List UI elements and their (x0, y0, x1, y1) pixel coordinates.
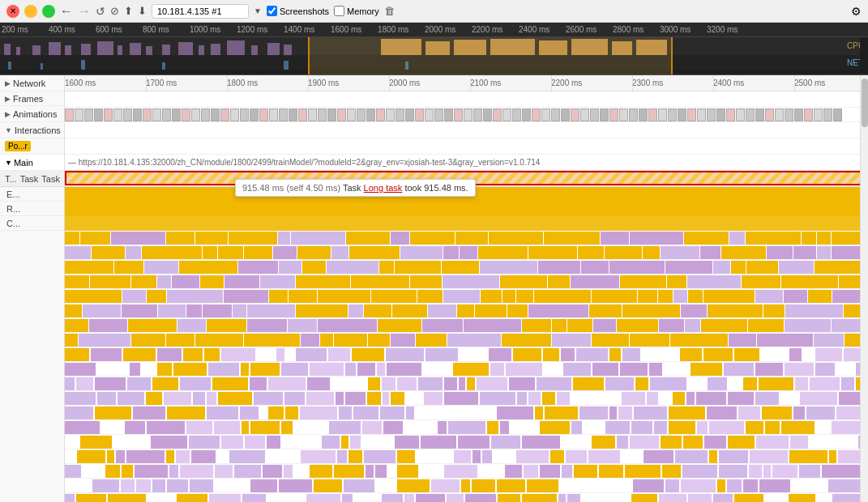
address-bar[interactable]: 10.181.4.135 #1 (152, 4, 249, 19)
svg-rect-31 (162, 62, 165, 70)
sidebar-item-interactions[interactable]: ▼ Interactions (0, 122, 64, 138)
sidebar-item-animations[interactable]: ▶ Animations (0, 106, 64, 122)
svg-rect-32 (284, 61, 289, 70)
tl-time-3: 1900 ms (308, 79, 339, 87)
timeline-header: 1600 ms 1700 ms 1800 ms 1900 ms 2000 ms … (65, 75, 860, 91)
maximize-button[interactable] (42, 5, 55, 18)
ov-time-10: 2200 ms (472, 25, 519, 34)
ov-time-11: 2400 ms (519, 25, 566, 34)
screenshot-thumbnails: // Will be rendered via JS below (0, 37, 868, 53)
sidebar-item-network[interactable]: ▶ Network (0, 75, 64, 91)
memory-checkbox-label[interactable]: Memory (334, 6, 379, 16)
ov-time-12: 2600 ms (566, 25, 613, 34)
ov-time-2: 600 ms (96, 25, 143, 34)
toolbar: ✕ ← → ↺ ⊘ ⬆ ⬇ 10.181.4.135 #1 ▼ Screensh… (0, 0, 868, 23)
close-button[interactable]: ✕ (6, 5, 19, 18)
minimize-button[interactable] (24, 5, 37, 18)
upload-button[interactable]: ⬆ (124, 5, 133, 17)
interactions-arrow: ▼ (5, 126, 12, 134)
main-thread-row[interactable]: ▼ Main (0, 155, 64, 171)
task-header-row: 915.48 ms (self 4.50 ms) Task Long task … (65, 171, 860, 187)
thread-col-t: T... (5, 174, 17, 184)
svg-rect-33 (405, 62, 408, 70)
sidebar-item-frames[interactable]: ▶ Frames (0, 91, 64, 106)
thread-sub-r: R... (0, 202, 64, 216)
tl-time-8: 2400 ms (713, 79, 744, 87)
svg-rect-27 (0, 55, 860, 70)
flame-chart-inner (65, 187, 860, 502)
interactions-track (65, 138, 860, 155)
memory-checkbox[interactable] (334, 6, 344, 16)
flame-row-c (65, 216, 860, 231)
ov-time-6: 1400 ms (284, 25, 331, 34)
flame-dense-rows (65, 347, 860, 502)
frames-arrow: ▶ (5, 95, 11, 103)
main-arrow: ▼ (5, 159, 12, 167)
animations-track (65, 122, 860, 138)
download-button[interactable]: ⬇ (138, 5, 147, 17)
animations-arrow: ▶ (5, 110, 11, 118)
svg-rect-29 (41, 63, 43, 70)
tl-time-2: 1800 ms (227, 79, 258, 87)
forward-button[interactable]: → (78, 4, 91, 19)
screenshots-checkbox[interactable] (267, 6, 277, 16)
net-label: NET (847, 58, 860, 67)
tl-time-9: 2500 ms (794, 79, 825, 87)
tl-time-6: 2200 ms (551, 79, 582, 87)
back-button[interactable]: ← (60, 4, 73, 19)
delete-button[interactable]: 🗑 (384, 5, 395, 17)
thread-sub-c: C... (0, 216, 64, 231)
flame-purple-rows (65, 231, 860, 347)
network-arrow: ▶ (5, 79, 11, 87)
tooltip-type: Task (343, 183, 361, 193)
ov-time-9: 2000 ms (425, 25, 472, 34)
interaction-badge[interactable]: Po...r (5, 141, 31, 151)
flame-chart[interactable] (65, 187, 860, 502)
ov-time-7: 1600 ms (331, 25, 378, 34)
ov-time-14: 3000 ms (660, 25, 707, 34)
main-thread-url: — https://10.181.4.135:32000/zh_CN/modul… (68, 158, 540, 167)
thread-col-task1: Task (20, 174, 39, 184)
network-track (65, 91, 860, 108)
ov-time-15: 3200 ms (707, 25, 754, 34)
tooltip-link[interactable]: Long task (364, 183, 403, 193)
frames-track: // rendered by inline script below (65, 108, 860, 122)
tl-time-7: 2300 ms (632, 79, 663, 87)
tl-time-0: 1600 ms (65, 79, 96, 87)
reload-button[interactable]: ↺ (96, 5, 105, 18)
screenshots-checkbox-label[interactable]: Screenshots (267, 6, 329, 16)
scrollbar-track[interactable] (860, 75, 868, 502)
tl-time-4: 2000 ms (389, 79, 420, 87)
settings-icon[interactable]: ⚙ (851, 5, 862, 18)
tooltip-time: 915.48 ms (self 4.50 ms) (242, 183, 340, 193)
ov-time-13: 2800 ms (613, 25, 660, 34)
main-content: ▶ Network ▶ Frames ▶ Animations ▼ Intera… (0, 75, 868, 502)
scrollbar-thumb[interactable] (862, 79, 868, 127)
ov-time-1: 400 ms (49, 25, 96, 34)
timeline-area: 1600 ms 1700 ms 1800 ms 1900 ms 2000 ms … (65, 75, 860, 502)
main-thread-header: — https://10.181.4.135:32000/zh_CN/modul… (65, 155, 860, 171)
thread-sub-e: E... (0, 187, 64, 202)
ov-time-5: 1200 ms (237, 25, 284, 34)
thread-col-task2: Task (41, 174, 60, 184)
stop-button[interactable]: ⊘ (110, 5, 119, 17)
ov-time-8: 1800 ms (378, 25, 425, 34)
tooltip-suffix: took 915.48 ms. (404, 183, 468, 193)
thread-task-header: T... Task Task (0, 171, 64, 187)
flame-row-r (65, 202, 860, 216)
ov-time-0: 200 ms (2, 25, 49, 34)
tl-time-1: 1700 ms (146, 79, 177, 87)
task-tooltip: 915.48 ms (self 4.50 ms) Task Long task … (235, 179, 476, 197)
svg-rect-30 (81, 60, 85, 70)
overview-panel: 200 ms 400 ms 600 ms 800 ms 1000 ms 1200… (0, 23, 868, 75)
ov-time-3: 800 ms (143, 25, 190, 34)
sidebar: ▶ Network ▶ Frames ▶ Animations ▼ Intera… (0, 75, 65, 502)
interaction-badge-row: Po...r (0, 138, 64, 155)
net-waveform: NET (0, 55, 860, 70)
tl-time-5: 2100 ms (470, 79, 501, 87)
ov-time-4: 1000 ms (190, 25, 237, 34)
address-dropdown[interactable]: ▼ (254, 6, 262, 15)
svg-rect-28 (8, 62, 11, 70)
